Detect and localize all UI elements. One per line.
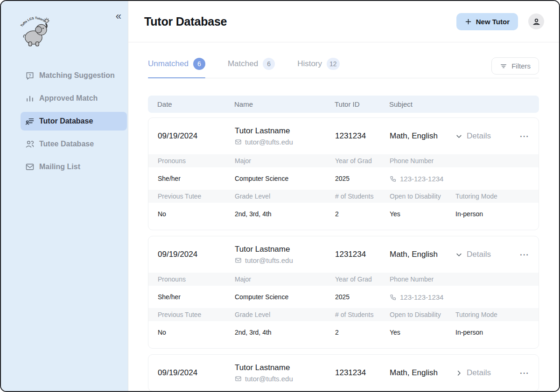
tutor-name: Tutor Lastname xyxy=(235,245,335,254)
tutor-email: tutor@tufts.edu xyxy=(235,256,335,264)
tutor-id-cell: 1231234 xyxy=(335,250,390,259)
more-menu-button[interactable]: ··· xyxy=(512,132,529,140)
tab-unmatched[interactable]: Unmatched 6 xyxy=(148,58,205,78)
tab-matched[interactable]: Matched 6 xyxy=(228,58,275,78)
chevron-down-icon xyxy=(455,251,462,258)
new-tutor-label: New Tutor xyxy=(476,18,510,26)
tutor-email: tutor@tufts.edu xyxy=(235,138,335,146)
tutor-name: Tutor Lastname xyxy=(235,126,335,136)
previous-tutee-value: No xyxy=(158,329,235,336)
filter-icon xyxy=(500,62,507,70)
pronouns-value: She/her xyxy=(158,175,235,182)
filters-button[interactable]: Filters xyxy=(491,57,539,75)
col-header-name: Name xyxy=(234,100,335,108)
tab-label: History xyxy=(297,59,322,69)
tutor-row-main: 09/19/2024 Tutor Lastname tutor@tufts.ed… xyxy=(148,236,539,273)
tutor-id-cell: 1231234 xyxy=(335,131,390,141)
phone-icon xyxy=(390,294,397,301)
tutor-list: 09/19/2024 Tutor Lastname tutor@tufts.ed… xyxy=(148,117,539,392)
sidebar-item-matching-suggestion[interactable]: ? Matching Suggestion xyxy=(21,66,127,85)
chevron-right-icon xyxy=(455,370,462,377)
phone-icon xyxy=(390,175,397,182)
sidebar-collapse-icon[interactable]: « xyxy=(116,11,121,21)
person-list-icon xyxy=(25,117,35,126)
date-cell: 09/19/2024 xyxy=(158,368,235,378)
tutor-email: tutor@tufts.edu xyxy=(235,375,335,383)
details-toggle[interactable]: Details xyxy=(455,368,512,378)
detail-labels: Previous Tutee Grade Level # of Students… xyxy=(148,308,539,321)
detail-values: She/her Computer Science 2025 123-123-12… xyxy=(148,286,539,308)
disability-value: Yes xyxy=(390,329,455,336)
plus-icon xyxy=(465,18,472,25)
tutoring-mode-value: In-person xyxy=(455,210,512,218)
person-icon xyxy=(532,17,541,26)
tutor-row-main: 09/19/2024 Tutor Lastname tutor@tufts.ed… xyxy=(148,355,539,391)
previous-tutee-value: No xyxy=(158,210,235,218)
major-value: Computer Science xyxy=(235,175,335,182)
sidebar: « Tufts LCS Tutoring xyxy=(1,1,128,391)
tab-history[interactable]: History 12 xyxy=(297,58,339,78)
detail-values: No 2nd, 3rd, 4th 2 Yes In-person xyxy=(148,321,539,344)
tab-label: Matched xyxy=(228,59,258,69)
sidebar-item-label: Mailing List xyxy=(39,163,80,171)
detail-labels: Previous Tutee Grade Level # of Students… xyxy=(148,190,539,203)
envelope-icon xyxy=(235,138,242,145)
more-menu-button[interactable]: ··· xyxy=(512,369,529,377)
tabs-bar: Unmatched 6 Matched 6 History 12 Filters xyxy=(148,57,539,78)
detail-labels: Pronouns Major Year of Grad Phone Number xyxy=(148,273,539,286)
major-value: Computer Science xyxy=(235,293,335,301)
detail-values: She/her Computer Science 2025 123-123-12… xyxy=(148,167,539,190)
table-header: Date Name Tutor ID Subject xyxy=(148,96,539,113)
more-menu-button[interactable]: ··· xyxy=(512,251,529,259)
num-students-value: 2 xyxy=(335,329,390,336)
phone-value: 123-123-1234 xyxy=(390,175,455,183)
tutor-row-card: 09/19/2024 Tutor Lastname tutor@tufts.ed… xyxy=(148,354,539,392)
content: Unmatched 6 Matched 6 History 12 Filters xyxy=(128,42,559,391)
sidebar-item-label: Approved Match xyxy=(39,94,98,103)
tutor-name: Tutor Lastname xyxy=(235,363,335,372)
grad-year-value: 2025 xyxy=(335,175,390,182)
people-icon xyxy=(25,139,35,149)
tutor-row-card: 09/19/2024 Tutor Lastname tutor@tufts.ed… xyxy=(148,236,539,349)
date-cell: 09/19/2024 xyxy=(158,250,235,259)
sidebar-item-tutor-database[interactable]: Tutor Database xyxy=(21,112,127,131)
tab-count-badge: 12 xyxy=(327,58,340,70)
elephant-logo: Tufts LCS Tutoring xyxy=(19,11,54,48)
tutor-id-cell: 1231234 xyxy=(335,368,390,378)
envelope-icon xyxy=(25,162,35,172)
sidebar-item-label: Tutee Database xyxy=(39,140,94,148)
subject-cell: Math, English xyxy=(390,131,455,141)
disability-value: Yes xyxy=(390,210,455,218)
tab-count-badge: 6 xyxy=(263,58,275,70)
sidebar-item-mailing-list[interactable]: Mailing List xyxy=(21,158,127,176)
subject-cell: Math, English xyxy=(390,368,455,378)
col-header-tutor-id: Tutor ID xyxy=(335,100,389,108)
sidebar-item-approved-match[interactable]: Approved Match xyxy=(21,89,127,108)
new-tutor-button[interactable]: New Tutor xyxy=(456,13,518,30)
detail-values: No 2nd, 3rd, 4th 2 Yes In-person xyxy=(148,203,539,225)
page-title: Tutor Database xyxy=(144,15,227,28)
detail-labels: Pronouns Major Year of Grad Phone Number xyxy=(148,154,539,167)
chevron-down-icon xyxy=(455,133,462,140)
num-students-value: 2 xyxy=(335,210,390,218)
filters-label: Filters xyxy=(511,62,531,70)
details-toggle[interactable]: Details xyxy=(455,250,512,259)
pronouns-value: She/her xyxy=(158,293,235,301)
col-header-date: Date xyxy=(157,100,234,108)
sidebar-item-tutee-database[interactable]: Tutee Database xyxy=(21,135,127,153)
grade-level-value: 2nd, 3rd, 4th xyxy=(235,329,335,336)
tab-count-badge: 6 xyxy=(193,58,205,70)
bar-chart-icon xyxy=(25,94,35,103)
details-toggle[interactable]: Details xyxy=(455,131,512,141)
tab-label: Unmatched xyxy=(148,59,189,69)
phone-value: 123-123-1234 xyxy=(390,293,455,301)
envelope-icon xyxy=(235,375,242,382)
main-area: Tutor Database New Tutor Unmatched 6 xyxy=(128,1,559,391)
grade-level-value: 2nd, 3rd, 4th xyxy=(235,210,335,218)
col-header-subject: Subject xyxy=(389,100,455,108)
date-cell: 09/19/2024 xyxy=(158,131,235,141)
sidebar-item-label: Tutor Database xyxy=(39,117,93,125)
user-avatar[interactable] xyxy=(528,14,544,29)
grad-year-value: 2025 xyxy=(335,293,390,301)
chat-question-icon: ? xyxy=(25,71,35,80)
